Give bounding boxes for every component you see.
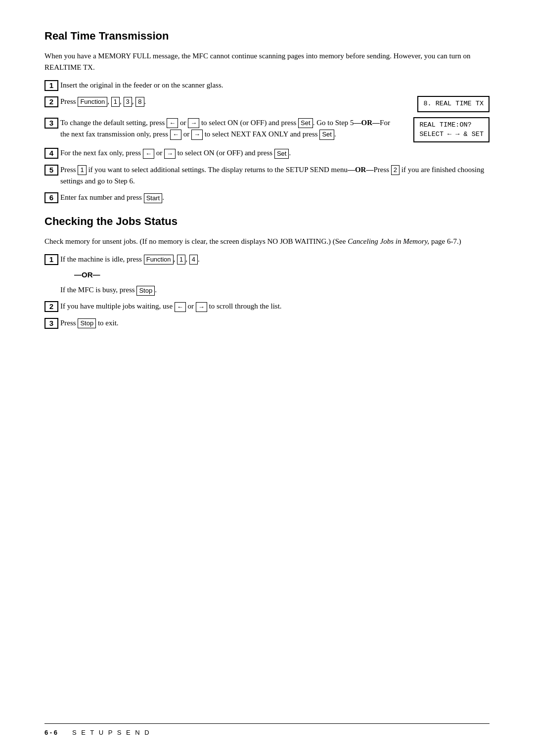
key-2-5: 2 bbox=[391, 165, 400, 175]
key-1-cj1: 1 bbox=[177, 255, 185, 265]
step-cj-number-3: 3 bbox=[44, 318, 58, 329]
step-number-6: 6 bbox=[44, 192, 58, 203]
key-function-2: Function bbox=[78, 97, 107, 107]
step-4-t4: . bbox=[289, 149, 291, 157]
step-4: 4 For the next fax only, press ← or → to… bbox=[44, 147, 490, 159]
step-cj-1-t2: , bbox=[174, 255, 178, 263]
step-4-t3: to select ON (or OFF) and press bbox=[176, 149, 274, 157]
footer-title: S E T U P S E N D bbox=[72, 729, 151, 736]
step-cj-3-t2: to exit. bbox=[96, 319, 118, 327]
step-cj-number-1: 1 bbox=[44, 254, 58, 265]
arrow-left-4: ← bbox=[143, 149, 154, 159]
step-2: 2 Press Function, 1, 3, 8. 8. REAL TIME … bbox=[44, 96, 490, 112]
section-real-time-transmission: Real Time Transmission When you have a M… bbox=[44, 30, 490, 203]
section-heading-2: Checking the Jobs Status bbox=[44, 215, 490, 228]
step-6: 6 Enter fax number and press Start. bbox=[44, 192, 490, 203]
step-3-t7: to select NEXT FAX ONLY and press bbox=[203, 130, 320, 138]
step-6-t2: . bbox=[162, 193, 164, 201]
step-number-5: 5 bbox=[44, 165, 58, 176]
arrow-right-cj2: → bbox=[196, 302, 207, 312]
step-cj-number-2: 2 bbox=[44, 301, 58, 312]
step-3-t1: To change the default setting, press bbox=[60, 119, 167, 127]
italic-canceling: Canceling Jobs in Memory, bbox=[348, 237, 429, 245]
step-1: 1 Insert the original in the feeder or o… bbox=[44, 80, 490, 91]
step-3-or1: —OR— bbox=[354, 119, 380, 127]
key-set-4: Set bbox=[274, 149, 289, 159]
step-5: 5 Press 1 if you want to select addition… bbox=[44, 164, 490, 187]
step-5-t1: Press bbox=[60, 166, 78, 174]
lcd-display-2: REAL TIME:ON? SELECT ← → & SET bbox=[413, 117, 490, 143]
step-3-t3: to select ON (or OFF) and press bbox=[199, 119, 298, 127]
step-cj-1-t5: If the MFC is busy, press bbox=[60, 286, 136, 294]
step-number-4: 4 bbox=[44, 148, 58, 159]
step-3-t4: . Go to Step 5 bbox=[313, 119, 354, 127]
arrow-left-3b: ← bbox=[170, 130, 181, 139]
step-1-content: Insert the original in the feeder or on … bbox=[60, 80, 490, 91]
step-cj-1: 1 If the machine is idle, press Function… bbox=[44, 254, 490, 296]
step-cj-2-content: If you have multiple jobs waiting, use ←… bbox=[60, 301, 490, 312]
section-heading-1: Real Time Transmission bbox=[44, 30, 490, 43]
key-stop-cj3: Stop bbox=[78, 318, 96, 328]
step-2-row: Press Function, 1, 3, 8. 8. REAL TIME TX bbox=[60, 96, 490, 112]
step-2-comma3: , bbox=[132, 97, 136, 105]
key-set-3a: Set bbox=[298, 118, 313, 128]
step-4-t1: For the next fax only, press bbox=[60, 149, 143, 157]
steps-list-2: 1 If the machine is idle, press Function… bbox=[44, 254, 490, 329]
step-3-t8: . bbox=[334, 130, 336, 138]
footer-page-number: 6 - 6 bbox=[44, 729, 57, 736]
or-block-1: —OR— bbox=[74, 269, 490, 280]
step-cj-1-after-or: If the MFC is busy, press Stop. bbox=[60, 284, 490, 296]
step-1-text: Insert the original in the feeder or on … bbox=[60, 81, 223, 89]
step-cj-1-t1: If the machine is idle, press bbox=[60, 255, 144, 263]
step-5-or: —OR— bbox=[348, 166, 374, 174]
step-3-content: To change the default setting, press ← o… bbox=[60, 117, 490, 143]
step-2-comma2: , bbox=[120, 97, 124, 105]
step-cj-2-t1: If you have multiple jobs waiting, use bbox=[60, 302, 175, 310]
step-2-comma1: , bbox=[107, 97, 111, 105]
step-number-1: 1 bbox=[44, 80, 58, 91]
step-2-press: Press bbox=[60, 97, 78, 105]
section-checking-jobs: Checking the Jobs Status Check memory fo… bbox=[44, 215, 490, 329]
step-cj-2: 2 If you have multiple jobs waiting, use… bbox=[44, 301, 490, 312]
page-footer: 6 - 6 S E T U P S E N D bbox=[44, 723, 490, 736]
step-cj-3: 3 Press Stop to exit. bbox=[44, 317, 490, 329]
step-3-or2: or bbox=[183, 130, 191, 138]
step-cj-1-content: If the machine is idle, press Function, … bbox=[60, 254, 490, 296]
step-5-t2: if you want to select additional setting… bbox=[87, 166, 348, 174]
key-set-3b: Set bbox=[319, 130, 334, 139]
step-cj-1-t3: , bbox=[185, 255, 189, 263]
step-cj-1-t4: . bbox=[198, 255, 200, 263]
key-4-cj1: 4 bbox=[189, 255, 198, 265]
section-intro-2: Check memory for unsent jobs. (If no mem… bbox=[44, 236, 490, 247]
key-function-cj1: Function bbox=[144, 255, 174, 265]
key-1-5: 1 bbox=[78, 165, 86, 175]
step-4-t2: or bbox=[154, 149, 164, 157]
step-3: 3 To change the default setting, press ←… bbox=[44, 117, 490, 143]
arrow-right-3a: → bbox=[188, 118, 199, 128]
key-1-2: 1 bbox=[111, 97, 120, 107]
step-6-content: Enter fax number and press Start. bbox=[60, 192, 490, 203]
step-number-3: 3 bbox=[44, 118, 58, 129]
key-8-2: 8 bbox=[135, 97, 144, 107]
arrow-right-3b: → bbox=[191, 130, 203, 139]
step-cj-1-t6: . bbox=[155, 286, 157, 294]
arrow-right-4: → bbox=[164, 149, 176, 159]
step-3-row: To change the default setting, press ← o… bbox=[60, 117, 490, 143]
steps-list-1: 1 Insert the original in the feeder or o… bbox=[44, 80, 490, 204]
step-cj-2-t3: to scroll through the list. bbox=[207, 302, 282, 310]
step-3-t2: or bbox=[178, 119, 188, 127]
step-3-text-col: To change the default setting, press ← o… bbox=[60, 117, 399, 140]
step-6-t1: Enter fax number and press bbox=[60, 193, 144, 201]
step-cj-1-line: If the machine is idle, press Function, … bbox=[60, 254, 490, 265]
step-5-content: Press 1 if you want to select additional… bbox=[60, 164, 490, 187]
arrow-left-cj2: ← bbox=[175, 302, 186, 312]
key-3-2: 3 bbox=[124, 97, 132, 107]
step-cj-2-t2: or bbox=[186, 302, 196, 310]
step-cj-3-content: Press Stop to exit. bbox=[60, 317, 490, 329]
step-number-2: 2 bbox=[44, 96, 58, 107]
page: Real Time Transmission When you have a M… bbox=[0, 0, 534, 756]
step-cj-3-t1: Press bbox=[60, 319, 78, 327]
step-2-text-col: Press Function, 1, 3, 8. bbox=[60, 96, 402, 107]
lcd-display-1: 8. REAL TIME TX bbox=[417, 96, 490, 112]
step-5-t3: Press bbox=[373, 166, 391, 174]
